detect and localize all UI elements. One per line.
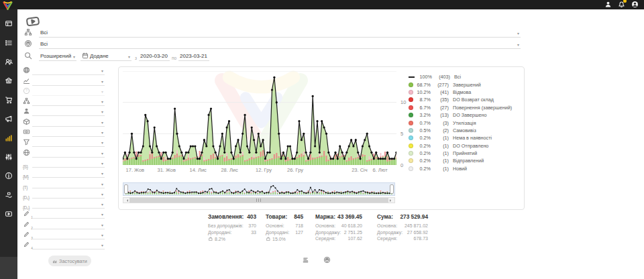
scroll-left-arrow-icon[interactable] [123,198,129,203]
filter-select-6[interactable]: ▾ [32,118,105,127]
legend-item[interactable]: 0.2%(1)Нема в наявності [409,134,520,142]
sidebar-item-orders-list[interactable] [0,33,17,52]
filter-row-6: ▾ [23,116,105,126]
report-rows-icon[interactable] [302,256,309,264]
legend-item[interactable]: 0.7%(3)Утилізація [409,119,520,126]
stat-title: Замовлення: [208,213,244,220]
product-sphere-icon[interactable] [323,256,331,264]
chevron-down-icon: ▾ [101,203,103,207]
filter-select-11[interactable]: ▾ [32,169,105,178]
legend-item[interactable]: 0.2%(1)Відправлений [409,157,520,164]
filter-select-8[interactable]: ▾ [32,138,105,147]
chart-scrollbar[interactable] [123,197,395,203]
search-mode-select[interactable]: Розширений ▾ [39,50,76,61]
chart-card: 0510 17. Жов31. Жов14. Лис28. Лис12. Гру… [118,66,525,210]
filter-select-2[interactable]: ▾ [32,77,105,86]
minimap-left-handle[interactable] [124,184,128,194]
legend-percent: 0.2% [413,150,431,156]
sidebar-item-users[interactable] [0,52,17,71]
scroll-right-arrow-icon[interactable] [388,198,394,203]
sidebar-item-support[interactable] [0,186,17,205]
x-tick-label: 28. Лис [216,167,243,173]
sidebar-item-video-tutorials[interactable] [0,205,17,223]
search-icon[interactable] [24,52,32,60]
legend-label: Новий [453,166,467,172]
legend-count: (27) [431,105,449,111]
user-icon[interactable] [604,1,612,8]
filter-select-1[interactable]: ▾ [32,66,105,75]
chevron-down-icon: ▾ [101,69,103,73]
date-from-label: з [135,56,137,60]
date-to-input[interactable]: 2023-03-21 [178,50,209,61]
chevron-down-icon: ▾ [101,110,103,114]
legend-item[interactable]: 0.2%(1)Прийнятий [409,150,520,157]
category-select[interactable]: Всі ▾ [39,27,521,38]
date-from-value: 2020-03-20 [140,53,168,59]
filter-select-7[interactable]: ▾ [32,128,105,137]
stat-column: Сума:273 529.94Основна:245 871.02Допрода… [377,213,428,242]
sidebar-item-dashboard[interactable] [0,14,17,33]
minimap-right-handle[interactable] [390,184,394,194]
sidebar-item-analytics[interactable] [0,128,17,147]
stat-sub-value: 27 658.92 [407,229,428,236]
chart-line-icon [23,77,32,86]
legend-item[interactable]: 0.5%(2)Самовивіз [409,127,520,134]
product-select[interactable]: Всі ▾ [39,38,521,49]
filter-select-16[interactable]: ▾ [32,221,105,229]
filter-select-15[interactable]: ▾ [32,210,105,219]
apply-button[interactable]: Застосувати [48,256,91,266]
money-icon [23,128,32,137]
legend-item[interactable]: 3.2%(13)DO Завершено [409,111,520,119]
filter-select-17[interactable]: ▾ [32,231,105,239]
legend-item[interactable]: 10.2%(41)Відмова [409,89,520,96]
legend-item[interactable]: 8.7%(35)DO Возврат склад [409,96,520,103]
legend-swatch [409,97,413,102]
sidebar-item-announcements[interactable] [0,109,17,128]
filter-select-12[interactable]: ▾ [32,180,105,188]
filter-select-5[interactable]: ▾ [32,107,105,116]
sidebar-item-store[interactable] [0,71,17,90]
legend-item[interactable]: 68.7%(277)Завершений [409,80,520,88]
y-tick-label: 10 [400,99,406,105]
legend-label: Всі [454,74,461,80]
chart-minimap[interactable] [123,182,395,196]
app-window: Всі ▾ Всі ▾ Розширений ▾ Додане ▾ з 2020… [0,0,644,279]
sidebar-item-settings-sliders[interactable] [0,148,17,166]
filter-select-14[interactable]: ▾ [32,200,105,209]
sidebar-item-cart[interactable] [0,91,17,109]
label-tag-icon[interactable] [25,14,40,25]
stat-sub-value: 718 [295,223,303,229]
chevron-down-icon: ▾ [101,100,103,104]
orders-chart[interactable] [123,71,396,165]
legend-swatch [409,121,413,125]
stat-sub-label: Без допродажів: [208,223,244,229]
filter-select-10[interactable]: ▾ [32,159,105,168]
date-field-select[interactable]: Додане ▾ [80,50,131,61]
legend-percent: 0.5% [413,127,431,133]
stat-title: Маржа: [315,213,335,220]
filter-select-4[interactable]: ▾ [32,97,105,106]
filter-select-18[interactable]: ▾ [32,241,105,249]
filter-select-9[interactable]: ▾ [32,149,105,158]
notifications-bell-icon[interactable] [618,1,625,8]
legend-item[interactable]: 0.2%(1)DO Отправлено [409,142,520,150]
legend-item[interactable]: 0.2%(1)Новий [409,165,520,172]
x-tick-label: 6. Лют [367,167,394,173]
date-from-input[interactable]: 2020-03-20 [139,50,170,61]
legend-label: Відмова [453,89,471,95]
chevron-down-icon: ▾ [101,223,103,227]
filter-glyph-{S}: {S} [23,159,32,168]
avatar[interactable] [631,1,639,8]
app-logo-icon[interactable] [2,1,13,9]
stat-sub-value: 107.62 [348,235,362,242]
chevron-down-icon: ▾ [517,43,519,47]
legend-percent: 0.2% [413,158,431,164]
pencil-icon: 3 [23,231,32,239]
legend-item[interactable]: 100%(403)Всі [409,73,520,80]
stat-sub-value: 245 871.02 [405,223,428,229]
legend-item[interactable]: 6.7%(27)Повернення (завершений) [409,104,520,111]
legend-label: DO Возврат склад [453,97,494,103]
scrollbar-thumb[interactable] [129,198,388,203]
sidebar-item-info[interactable] [0,166,17,185]
filter-select-13[interactable]: ▾ [32,190,105,199]
